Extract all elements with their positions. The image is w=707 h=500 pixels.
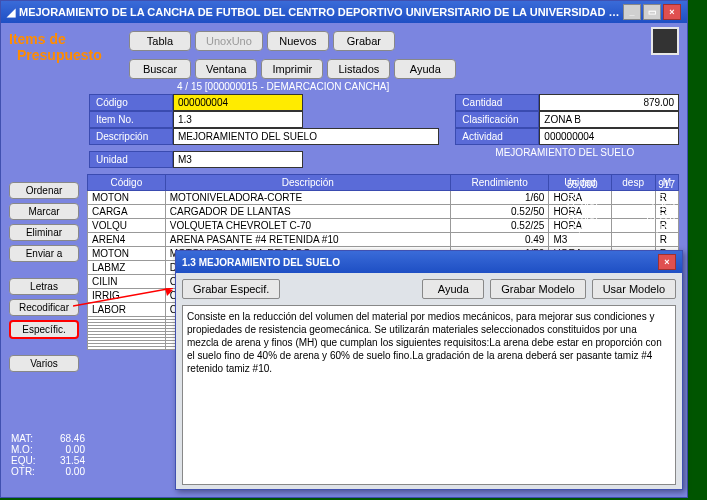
unoxuno-button[interactable]: UnoxUno [195, 31, 263, 51]
letras-button[interactable]: Letras [9, 278, 79, 295]
imprimir-button[interactable]: Imprimir [261, 59, 323, 79]
summary-row: EQU:31.54 [11, 455, 85, 466]
main-titlebar: ◢ MEJORAMIENTO DE LA CANCHA DE FUTBOL DE… [1, 1, 687, 23]
window-icon: ◢ [7, 6, 15, 19]
panel-title-1: Items de [9, 31, 121, 47]
maximize-icon[interactable]: ▭ [643, 4, 661, 20]
especific-dialog: 1.3 MEJORAMIENTO DEL SUELO × Grabar Espe… [175, 250, 683, 490]
col-rendimiento[interactable]: Rendimiento [450, 175, 549, 191]
itemno-label: Item No. [89, 111, 173, 128]
table-row[interactable]: AREN4ARENA PASANTE #4 RETENIDA #100.49M3… [88, 233, 679, 247]
dialog-title: 1.3 MEJORAMIENTO DEL SUELO [182, 257, 658, 268]
right-col-row: 55,000572 [567, 190, 675, 201]
right-col-row: 55,0001,100 [567, 223, 675, 234]
listados-button[interactable]: Listados [327, 59, 390, 79]
summary-row: OTR:0.00 [11, 466, 85, 477]
summary-row: M.O:0.00 [11, 444, 85, 455]
clasificacion-input[interactable]: ZONA B [539, 111, 679, 128]
clasificacion-label: Clasificación [455, 111, 539, 128]
eliminar-button[interactable]: Eliminar [9, 224, 79, 241]
buscar-button[interactable]: Buscar [129, 59, 191, 79]
cantidad-input[interactable]: 879.00 [539, 94, 679, 111]
right-col-row: 55,000917 [567, 179, 675, 190]
window-title: MEJORAMIENTO DE LA CANCHA DE FUTBOL DEL … [19, 6, 623, 18]
ordenar-button[interactable]: Ordenar [9, 182, 79, 199]
app-icon [651, 27, 679, 55]
right-columns: 55,00091755,00057265,0001,35228,00013,72… [567, 179, 675, 234]
col-codigo[interactable]: Código [88, 175, 166, 191]
pager-text: 4 / 15 [000000015 - DEMARCACION CANCHA] [177, 81, 679, 92]
side-buttons: Ordenar Marcar Eliminar Enviar a Letras … [9, 174, 79, 372]
right-col-row: 28,00013,720 [567, 212, 675, 223]
grabar-modelo-button[interactable]: Grabar Modelo [490, 279, 585, 299]
enviara-button[interactable]: Enviar a [9, 245, 79, 262]
summary-panel: MAT:68.46M.O:0.00EQU:31.54OTR:0.00 [11, 433, 85, 477]
close-icon[interactable]: × [663, 4, 681, 20]
codigo-input[interactable]: 000000004 [173, 94, 303, 111]
dialog-ayuda-button[interactable]: Ayuda [422, 279, 484, 299]
recodificar-button[interactable]: Recodificar [9, 299, 79, 316]
descripcion-input[interactable]: MEJORAMIENTO DEL SUELO [173, 128, 439, 145]
unidad-input[interactable]: M3 [173, 151, 303, 168]
itemno-input[interactable]: 1.3 [173, 111, 303, 128]
actividad-label: Actividad [455, 128, 539, 145]
tabla-button[interactable]: Tabla [129, 31, 191, 51]
subtitle-text: MEJORAMIENTO DEL SUELO [495, 147, 679, 158]
col-descripcion[interactable]: Descripción [165, 175, 450, 191]
marcar-button[interactable]: Marcar [9, 203, 79, 220]
dialog-toolbar: Grabar Especif. Ayuda Grabar Modelo Usar… [182, 279, 676, 299]
summary-row: MAT:68.46 [11, 433, 85, 444]
toolbar: Tabla UnoxUno Nuevos Grabar Buscar Venta… [129, 27, 679, 79]
especific-button[interactable]: Específic. [9, 320, 79, 339]
grabar-button[interactable]: Grabar [333, 31, 395, 51]
unidad-label: Unidad [89, 151, 173, 168]
descripcion-label: Descripción [89, 128, 173, 145]
right-col-row: 65,0001,352 [567, 201, 675, 212]
ayuda-button[interactable]: Ayuda [394, 59, 456, 79]
cantidad-label: Cantidad [455, 94, 539, 111]
nuevos-button[interactable]: Nuevos [267, 31, 329, 51]
grabar-especif-button[interactable]: Grabar Especif. [182, 279, 280, 299]
codigo-label: Código [89, 94, 173, 111]
minimize-icon[interactable]: _ [623, 4, 641, 20]
panel-title-2: Presupuesto [9, 47, 121, 63]
actividad-input[interactable]: 000000004 [539, 128, 679, 145]
especific-textarea[interactable]: Consiste en la reducción del volumen del… [182, 305, 676, 485]
ventana-button[interactable]: Ventana [195, 59, 257, 79]
panel-title: Items de Presupuesto [9, 27, 121, 79]
varios-button[interactable]: Varios [9, 355, 79, 372]
dialog-titlebar: 1.3 MEJORAMIENTO DEL SUELO × [176, 251, 682, 273]
dialog-close-icon[interactable]: × [658, 254, 676, 270]
usar-modelo-button[interactable]: Usar Modelo [592, 279, 676, 299]
